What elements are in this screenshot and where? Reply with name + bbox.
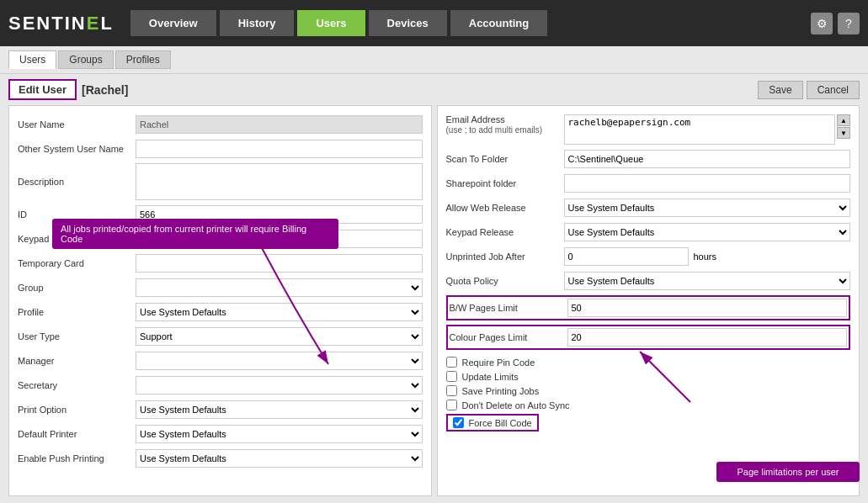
select-default-printer[interactable]: Use System Defaults bbox=[136, 425, 423, 443]
input-sharepoint[interactable] bbox=[564, 174, 851, 193]
form-area: User Name Other System User Name Descrip… bbox=[8, 105, 860, 496]
select-web-release[interactable]: Use System Defaults bbox=[564, 199, 851, 217]
select-print-option[interactable]: Use System Defaults bbox=[136, 400, 423, 419]
cancel-button[interactable]: Cancel bbox=[807, 81, 860, 99]
label-default-printer: Default Printer bbox=[18, 429, 136, 439]
label-group: Group bbox=[18, 283, 136, 293]
nav-users[interactable]: Users bbox=[297, 10, 365, 36]
field-usertype: User Type Support bbox=[18, 326, 423, 347]
input-email[interactable]: rachelb@epapersign.com bbox=[564, 114, 836, 145]
checkbox-force-bill: Force Bill Code bbox=[446, 414, 539, 432]
email-scroll-up[interactable]: ▲ bbox=[837, 114, 850, 126]
input-unprinted-job[interactable] bbox=[564, 247, 689, 266]
subnav: Users Groups Profiles bbox=[0, 46, 868, 74]
edit-user-header: Edit User [Rachel] Save Cancel bbox=[8, 79, 860, 100]
select-keypad-release[interactable]: Use System Defaults bbox=[564, 223, 851, 241]
label-usertype: User Type bbox=[18, 331, 136, 342]
logo: SENTINEL bbox=[8, 13, 114, 34]
label-scan-folder: Scan To Folder bbox=[446, 154, 564, 164]
input-bw-pages[interactable] bbox=[567, 299, 848, 317]
checkboxes-section: Require Pin Code Update Limits Save Prin… bbox=[446, 357, 851, 435]
field-quota-policy: Quota Policy Use System Defaults bbox=[446, 271, 851, 291]
tools-icon[interactable]: ⚙ bbox=[811, 13, 833, 34]
label-username: User Name bbox=[18, 119, 136, 130]
label-force-bill: Force Bill Code bbox=[469, 418, 532, 428]
label-print-option: Print Option bbox=[18, 405, 136, 415]
label-description: Description bbox=[18, 177, 136, 187]
checkbox-update-limits-input[interactable] bbox=[446, 371, 457, 382]
field-username: User Name bbox=[18, 114, 423, 135]
label-bw-pages: B/W Pages Limit bbox=[450, 303, 567, 313]
subnav-profiles[interactable]: Profiles bbox=[115, 50, 171, 69]
help-icon[interactable]: ? bbox=[838, 13, 860, 34]
label-keypad-release: Keypad Release bbox=[446, 227, 564, 237]
label-profile: Profile bbox=[18, 307, 136, 317]
label-colour-pages: Colour Pages Limit bbox=[450, 332, 567, 342]
app-container: SENTINEL Overview History Users Devices … bbox=[0, 0, 868, 503]
field-bw-pages: B/W Pages Limit bbox=[446, 295, 851, 320]
label-require-pin: Require Pin Code bbox=[462, 357, 535, 368]
label-email: Email Address (use ; to add multi emails… bbox=[446, 114, 564, 135]
input-colour-pages[interactable] bbox=[567, 328, 848, 347]
select-push-printing[interactable]: Use System Defaults bbox=[136, 449, 423, 468]
field-scan-folder: Scan To Folder bbox=[446, 149, 851, 169]
nav-history[interactable]: History bbox=[220, 10, 295, 36]
label-update-limits: Update Limits bbox=[462, 372, 519, 382]
checkbox-save-print-jobs-input[interactable] bbox=[446, 385, 457, 396]
right-panel: Email Address (use ; to add multi emails… bbox=[437, 105, 860, 496]
page-content: Edit User [Rachel] Save Cancel User Name… bbox=[0, 74, 868, 503]
label-sharepoint: Sharepoint folder bbox=[446, 178, 564, 188]
label-unprinted-job: Unprinted Job After bbox=[446, 252, 564, 262]
label-temp-card: Temporary Card bbox=[18, 258, 136, 268]
email-input-wrap: rachelb@epapersign.com ▲ ▼ bbox=[564, 114, 851, 145]
checkbox-require-pin-input[interactable] bbox=[446, 357, 457, 368]
field-group: Group bbox=[18, 278, 423, 298]
checkbox-force-bill-input[interactable] bbox=[453, 417, 464, 428]
email-scroll-down[interactable]: ▼ bbox=[837, 127, 850, 139]
field-unprinted-job: Unprinted Job After hours bbox=[446, 246, 851, 267]
input-username[interactable] bbox=[136, 115, 423, 134]
field-other-username: Other System User Name bbox=[18, 139, 423, 159]
edit-user-box: Edit User bbox=[8, 79, 77, 100]
field-push-printing: Enable Push Printing Use System Defaults bbox=[18, 448, 423, 469]
select-group[interactable] bbox=[136, 278, 423, 297]
select-profile[interactable]: Use System Defaults bbox=[136, 303, 423, 321]
checkbox-update-limits: Update Limits bbox=[446, 371, 851, 382]
field-sharepoint: Sharepoint folder bbox=[446, 173, 851, 193]
select-secretary[interactable] bbox=[136, 376, 423, 394]
select-manager[interactable] bbox=[136, 352, 423, 370]
email-scroll-buttons: ▲ ▼ bbox=[837, 114, 850, 139]
select-quota-policy[interactable]: Use System Defaults bbox=[564, 272, 851, 290]
field-secretary: Secretary bbox=[18, 375, 423, 395]
label-dont-delete: Don't Delete on Auto Sync bbox=[462, 400, 570, 410]
hours-label: hours bbox=[694, 252, 717, 262]
subnav-groups[interactable]: Groups bbox=[58, 50, 113, 69]
label-web-release: Allow Web Release bbox=[446, 203, 564, 213]
nav-devices[interactable]: Devices bbox=[369, 10, 447, 36]
left-panel: User Name Other System User Name Descrip… bbox=[8, 105, 432, 496]
field-colour-pages: Colour Pages Limit bbox=[446, 325, 851, 350]
select-usertype[interactable]: Support bbox=[136, 327, 423, 346]
label-other-username: Other System User Name bbox=[18, 144, 136, 154]
nav-accounting[interactable]: Accounting bbox=[450, 10, 548, 36]
header-icons: ⚙ ? bbox=[811, 13, 860, 34]
checkbox-dont-delete-input[interactable] bbox=[446, 400, 457, 410]
input-scan-folder[interactable] bbox=[564, 150, 851, 168]
nav-overview[interactable]: Overview bbox=[130, 10, 216, 36]
field-temp-card: Temporary Card bbox=[18, 253, 423, 273]
field-default-printer: Default Printer Use System Defaults bbox=[18, 424, 423, 444]
nav-tabs: Overview History Users Devices Accountin… bbox=[130, 10, 547, 36]
field-keypad-release: Keypad Release Use System Defaults bbox=[446, 222, 851, 242]
label-secretary: Secretary bbox=[18, 380, 136, 390]
annotation-billing-code: All jobs printed/copied from current pri… bbox=[52, 219, 338, 249]
subnav-users[interactable]: Users bbox=[8, 50, 56, 69]
field-email: Email Address (use ; to add multi emails… bbox=[446, 114, 851, 145]
save-button[interactable]: Save bbox=[758, 81, 802, 99]
field-description: Description bbox=[18, 163, 423, 200]
input-temp-card[interactable] bbox=[136, 254, 423, 273]
checkbox-dont-delete: Don't Delete on Auto Sync bbox=[446, 400, 851, 410]
label-manager: Manager bbox=[18, 356, 136, 366]
input-other-username[interactable] bbox=[136, 140, 423, 158]
input-description[interactable] bbox=[136, 163, 423, 200]
field-print-option: Print Option Use System Defaults bbox=[18, 400, 423, 420]
